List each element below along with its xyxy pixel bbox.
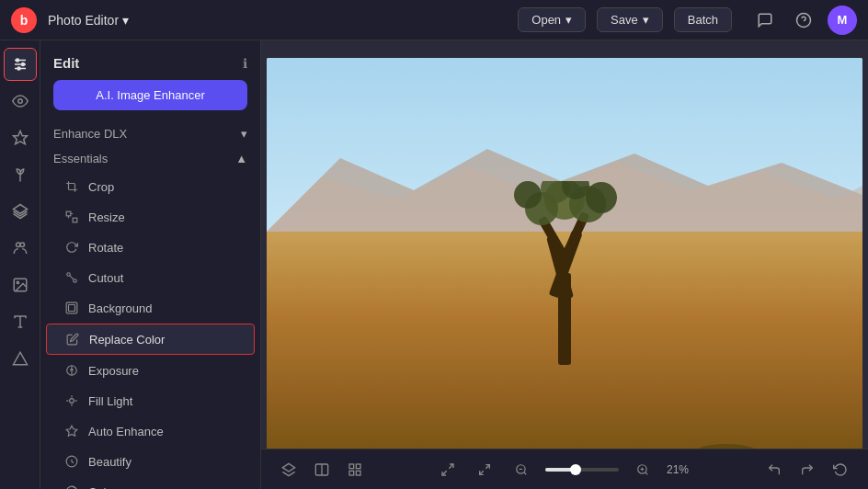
enhance-dlx-header[interactable]: Enhance DLX ▾ bbox=[40, 121, 260, 146]
save-button[interactable]: Save ▾ bbox=[597, 7, 663, 32]
svg-marker-54 bbox=[282, 463, 294, 472]
sliders-icon-button[interactable] bbox=[4, 48, 37, 81]
menu-item-resize[interactable]: Resize bbox=[46, 202, 255, 232]
chat-icon-button[interactable] bbox=[750, 6, 780, 35]
bottom-right-tools bbox=[761, 457, 853, 483]
fill-light-icon bbox=[64, 393, 79, 408]
app-logo: b bbox=[11, 7, 37, 33]
compare-icon[interactable] bbox=[309, 457, 335, 483]
beautify-icon bbox=[64, 454, 79, 469]
redo-icon[interactable] bbox=[794, 457, 820, 483]
essentials-label: Essentials bbox=[53, 152, 108, 165]
menu-item-auto-enhance[interactable]: Auto Enhance bbox=[46, 416, 255, 446]
image-icon-button[interactable] bbox=[4, 268, 37, 301]
info-icon[interactable]: ℹ bbox=[243, 56, 247, 71]
essentials-header[interactable]: Essentials ▲ bbox=[40, 146, 260, 171]
topbar-right: M bbox=[750, 6, 857, 35]
expand-icon[interactable] bbox=[472, 457, 497, 483]
user-avatar[interactable]: M bbox=[828, 6, 857, 35]
replace-color-icon bbox=[65, 332, 80, 347]
history-icon[interactable] bbox=[828, 457, 853, 483]
svg-point-14 bbox=[17, 281, 18, 283]
svg-point-8 bbox=[17, 99, 22, 104]
menu-item-exposure[interactable]: Exposure bbox=[46, 356, 255, 385]
sidebar: Edit ℹ A.I. Image Enhancer Enhance DLX ▾… bbox=[40, 40, 261, 489]
svg-line-61 bbox=[449, 464, 453, 469]
crop-icon bbox=[64, 179, 79, 194]
menu-items-list: Crop Resize Rotate Cutout bbox=[40, 172, 260, 489]
menu-item-beautify[interactable]: Beautify bbox=[46, 447, 255, 476]
menu-item-background[interactable]: Background bbox=[46, 293, 255, 323]
save-chevron: ▾ bbox=[643, 13, 649, 27]
app-title: Photo Editor ▾ bbox=[48, 13, 129, 28]
menu-item-fill-light[interactable]: Fill Light bbox=[46, 386, 255, 415]
people-icon-button[interactable] bbox=[4, 232, 37, 265]
main-content: Edit ℹ A.I. Image Enhancer Enhance DLX ▾… bbox=[0, 40, 868, 489]
zoom-in-icon[interactable] bbox=[630, 457, 656, 483]
svg-point-7 bbox=[17, 67, 20, 70]
batch-label: Batch bbox=[688, 13, 718, 27]
menu-item-rotate[interactable]: Rotate bbox=[46, 233, 255, 262]
text-icon-button[interactable] bbox=[4, 305, 37, 338]
svg-rect-23 bbox=[69, 305, 75, 312]
zoom-percent-label: 21% bbox=[667, 463, 694, 476]
rotate-icon bbox=[64, 240, 79, 255]
fit-screen-icon[interactable] bbox=[435, 457, 461, 483]
svg-rect-22 bbox=[66, 302, 77, 313]
app-title-chevron[interactable]: ▾ bbox=[122, 13, 129, 28]
svg-line-69 bbox=[645, 472, 648, 474]
svg-rect-57 bbox=[349, 464, 354, 469]
bottom-center-tools: 21% bbox=[435, 457, 694, 483]
svg-line-66 bbox=[524, 472, 527, 474]
help-icon-button[interactable] bbox=[789, 6, 818, 35]
exposure-icon bbox=[64, 363, 79, 378]
svg-point-50 bbox=[514, 181, 542, 209]
svg-rect-60 bbox=[349, 471, 354, 475]
menu-item-crop[interactable]: Crop bbox=[46, 172, 255, 201]
svg-point-19 bbox=[67, 273, 71, 277]
menu-item-replace-color[interactable]: Replace Color bbox=[46, 324, 255, 355]
icon-bar bbox=[0, 40, 40, 489]
grid-icon[interactable] bbox=[342, 457, 368, 483]
layers-bottom-icon[interactable] bbox=[276, 457, 302, 483]
save-label: Save bbox=[611, 13, 638, 27]
sidebar-edit-header: Edit ℹ bbox=[40, 51, 260, 80]
essentials-chevron: ▲ bbox=[235, 152, 247, 165]
svg-point-20 bbox=[74, 279, 77, 283]
open-label: Open bbox=[531, 13, 561, 27]
zoom-out-icon[interactable] bbox=[508, 457, 534, 483]
eye-icon-button[interactable] bbox=[4, 85, 37, 118]
open-button[interactable]: Open ▾ bbox=[518, 7, 586, 32]
bottom-bar: 21% bbox=[261, 449, 868, 489]
enhance-dlx-label: Enhance DLX bbox=[53, 127, 127, 141]
svg-rect-17 bbox=[66, 211, 71, 216]
magic-icon-button[interactable] bbox=[4, 121, 37, 154]
svg-rect-18 bbox=[73, 218, 77, 222]
svg-line-21 bbox=[70, 276, 74, 279]
background-icon bbox=[64, 301, 79, 315]
svg-point-5 bbox=[16, 59, 18, 62]
canvas-area: 21% bbox=[261, 40, 868, 489]
menu-item-color[interactable]: Color bbox=[46, 477, 255, 489]
resize-icon bbox=[64, 210, 79, 224]
color-icon bbox=[64, 484, 79, 489]
shape-icon-button[interactable] bbox=[4, 342, 37, 375]
ai-image-enhancer-button[interactable]: A.I. Image Enhancer bbox=[53, 80, 247, 110]
svg-line-62 bbox=[442, 471, 447, 475]
menu-item-cutout[interactable]: Cutout bbox=[46, 263, 255, 292]
svg-point-12 bbox=[20, 243, 25, 247]
cutout-icon bbox=[64, 270, 79, 285]
svg-point-6 bbox=[21, 63, 24, 66]
svg-point-26 bbox=[70, 399, 74, 404]
open-chevron: ▾ bbox=[565, 13, 572, 27]
layers-icon-button[interactable] bbox=[4, 195, 37, 228]
svg-marker-9 bbox=[13, 131, 27, 144]
plant-icon-button[interactable] bbox=[4, 158, 37, 191]
sidebar-edit-title: Edit bbox=[53, 55, 79, 71]
batch-button[interactable]: Batch bbox=[674, 7, 732, 32]
app-title-text: Photo Editor bbox=[48, 13, 119, 28]
undo-icon[interactable] bbox=[761, 457, 787, 483]
svg-rect-59 bbox=[356, 471, 360, 475]
svg-marker-31 bbox=[66, 426, 77, 436]
zoom-slider[interactable] bbox=[545, 468, 619, 472]
